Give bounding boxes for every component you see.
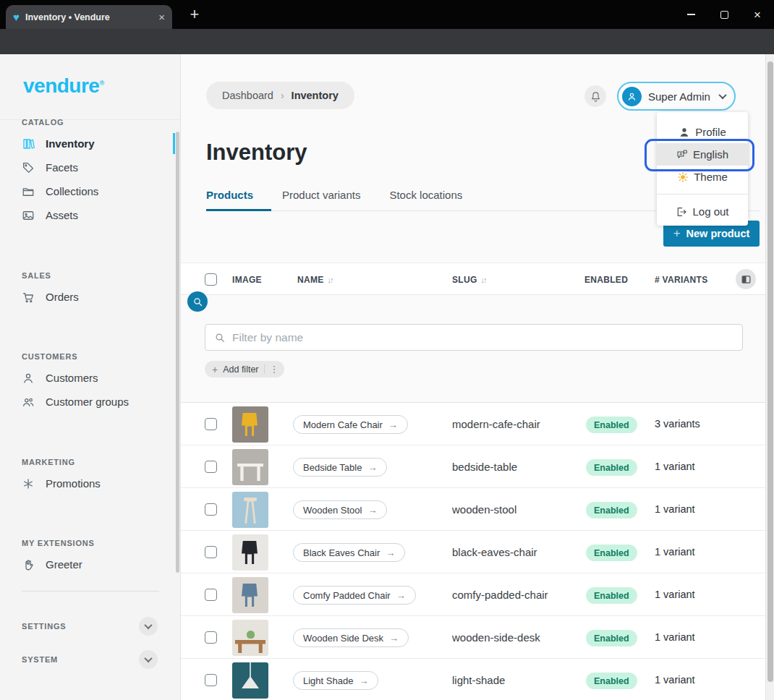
product-thumbnail[interactable]	[232, 662, 268, 699]
menu-item-language[interactable]: A English	[657, 143, 748, 166]
window-minimize-button[interactable]	[674, 0, 707, 29]
vendure-logo[interactable]: vendure®	[23, 74, 104, 98]
product-name-chip[interactable]: Light Shade →	[293, 671, 378, 690]
section-label-system: SYSTEM	[0, 655, 58, 664]
product-image-shape	[237, 464, 263, 481]
sort-icon: ↓↑	[328, 276, 333, 284]
column-header-slug[interactable]: SLUG↓↑	[452, 263, 486, 296]
status-badge: Enabled	[586, 459, 637, 476]
sidebar-scrollbar[interactable]	[176, 132, 179, 573]
column-header-enabled[interactable]: ENABLED	[584, 263, 628, 296]
sidebar-item-orders[interactable]: Orders	[0, 285, 180, 309]
tab-stock-locations[interactable]: Stock locations	[389, 189, 462, 210]
product-slug: light-shade	[452, 674, 505, 686]
user-menu-button[interactable]: Super Admin	[617, 82, 736, 111]
breadcrumb-dashboard[interactable]: Dashboard	[222, 90, 273, 101]
product-thumbnail[interactable]	[232, 620, 268, 656]
row-checkbox[interactable]	[205, 631, 217, 644]
plus-icon: +	[212, 364, 218, 375]
section-label-catalog: CATALOG	[0, 118, 180, 127]
product-image-shape	[242, 498, 258, 524]
search-icon	[214, 332, 226, 343]
row-checkbox[interactable]	[205, 546, 217, 558]
user-icon	[22, 372, 35, 385]
search-button[interactable]	[187, 291, 208, 312]
row-checkbox[interactable]	[205, 674, 217, 686]
window-controls: ×	[674, 0, 774, 29]
table-body: Modern Cafe Chair → modern-cafe-chair En…	[181, 402, 765, 700]
filter-by-name-input[interactable]	[232, 331, 733, 344]
breadcrumb[interactable]: Dashboard › Inventory	[206, 82, 354, 109]
sidebar-group-system[interactable]: SYSTEM	[0, 648, 180, 671]
table-row: Wooden Stool → wooden-stool Enabled 1 va…	[181, 488, 765, 531]
sidebar-item-facets[interactable]: Facets	[0, 155, 180, 179]
menu-item-profile[interactable]: Profile	[657, 121, 748, 143]
column-header-name[interactable]: NAME↓↑	[297, 263, 333, 296]
product-name-chip[interactable]: Bedside Table →	[293, 458, 387, 477]
vendure-favicon-heart-icon: ♥	[13, 12, 20, 22]
sidebar-item-greeter[interactable]: Greeter	[0, 552, 180, 576]
more-options-icon[interactable]: ⋮	[270, 364, 279, 375]
sidebar-item-assets[interactable]: Assets	[0, 203, 180, 227]
product-name-chip[interactable]: Wooden Stool →	[293, 500, 387, 519]
window-close-button[interactable]: ×	[741, 0, 774, 29]
product-thumbnail[interactable]	[232, 492, 268, 528]
sort-icon: ↓↑	[481, 276, 486, 284]
menu-item-logout[interactable]: Log out	[657, 200, 748, 223]
product-name-chip[interactable]: Wooden Side Desk →	[293, 628, 409, 647]
variants-count: 1 variant	[655, 589, 695, 600]
sidebar-item-customer-groups[interactable]: Customer groups	[0, 390, 180, 414]
expand-settings-button[interactable]	[139, 617, 158, 636]
profile-icon	[679, 127, 690, 138]
product-slug: comfy-padded-chair	[452, 589, 548, 601]
sidebar-item-inventory[interactable]: Inventory	[0, 132, 180, 155]
image-icon	[22, 209, 35, 222]
product-thumbnail[interactable]	[232, 406, 268, 443]
sidebar-group-settings[interactable]: SETTINGS	[0, 615, 180, 638]
row-checkbox[interactable]	[205, 589, 217, 601]
chevron-down-icon	[718, 91, 726, 99]
sidebar-item-customers[interactable]: Customers	[0, 366, 180, 390]
status-badge: Enabled	[586, 587, 637, 604]
page-tabs: Products Product variants Stock location…	[206, 189, 462, 210]
sidebar-item-promotions[interactable]: Promotions	[0, 471, 180, 495]
books-icon	[22, 137, 35, 150]
logout-icon	[676, 206, 687, 218]
window-maximize-button[interactable]	[707, 0, 741, 29]
product-name-chip[interactable]: Black Eaves Chair →	[293, 543, 405, 562]
product-thumbnail[interactable]	[232, 577, 268, 613]
row-checkbox[interactable]	[205, 503, 217, 516]
add-filter-button[interactable]: + Add filter ⋮	[205, 361, 284, 377]
product-image-shape	[242, 541, 258, 564]
page-scrollbar[interactable]	[765, 54, 774, 700]
browser-tab[interactable]: ♥ Inventory • Vendure ×	[6, 5, 172, 29]
new-tab-button[interactable]: +	[184, 4, 205, 25]
column-header-variants[interactable]: # VARIANTS	[655, 263, 707, 296]
translate-icon: A	[676, 149, 688, 161]
browser-tab-title: Inventory • Vendure	[25, 12, 153, 22]
variants-count: 1 variant	[655, 461, 695, 472]
column-settings-button[interactable]	[736, 269, 756, 289]
variants-count: 1 variant	[655, 546, 695, 558]
product-name-chip[interactable]: Comfy Padded Chair →	[293, 586, 416, 605]
arrow-right-icon: →	[396, 590, 406, 601]
tab-close-icon[interactable]: ×	[158, 12, 165, 22]
row-checkbox[interactable]	[205, 418, 217, 430]
row-checkbox[interactable]	[205, 461, 217, 473]
menu-item-theme[interactable]: Theme	[657, 166, 748, 188]
product-thumbnail[interactable]	[232, 534, 268, 571]
notifications-button[interactable]	[584, 85, 606, 107]
expand-system-button[interactable]	[139, 650, 158, 669]
product-thumbnail[interactable]	[232, 449, 268, 485]
browser-tab-strip: ♥ Inventory • Vendure × + ×	[0, 0, 774, 29]
select-all-checkbox[interactable]	[205, 273, 217, 286]
tab-product-variants[interactable]: Product variants	[282, 189, 360, 210]
search-icon	[192, 296, 203, 307]
table-row: Modern Cafe Chair → modern-cafe-chair En…	[181, 403, 765, 445]
tab-products[interactable]: Products	[206, 189, 253, 210]
variants-count: 1 variant	[655, 674, 695, 686]
sidebar-item-collections[interactable]: Collections	[0, 179, 180, 203]
column-header-image[interactable]: IMAGE	[232, 263, 262, 296]
scrollbar-thumb[interactable]	[767, 61, 773, 682]
product-name-chip[interactable]: Modern Cafe Chair →	[293, 415, 408, 434]
